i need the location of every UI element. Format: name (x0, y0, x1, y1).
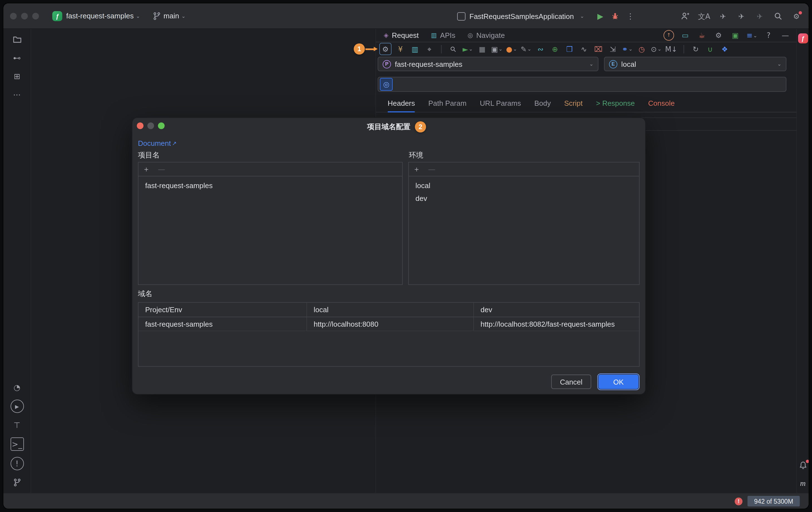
stop-icon[interactable]: ■ (476, 44, 488, 55)
money-icon[interactable]: ¥ (395, 44, 406, 55)
fast-request-tool-icon[interactable]: ƒ (797, 32, 809, 45)
add-icon[interactable]: + (144, 165, 148, 173)
whats-new-icon[interactable]: ↑ (664, 30, 674, 41)
external-link-icon: ↗ (172, 140, 177, 146)
crosshair-icon[interactable]: ⌖ (424, 44, 435, 55)
notifications-bell-icon[interactable] (797, 459, 809, 471)
hide-icon[interactable]: — (780, 30, 791, 41)
env-selector[interactable]: E local ⌄ (604, 57, 786, 71)
plugin-icon[interactable]: ❖ (719, 44, 730, 55)
project-widget[interactable]: ƒ fast-request-samples ⌄ (52, 11, 140, 21)
send-device-icon-1[interactable]: ✈ (718, 10, 729, 22)
send-device-icon-3[interactable]: ✈ (754, 10, 765, 22)
problems-icon[interactable]: ! (10, 457, 24, 470)
list-item[interactable]: local (409, 179, 639, 192)
list-item[interactable]: fast-request-samples (139, 179, 402, 192)
navigate-tab-icon: ◎ (468, 32, 473, 38)
terminal-icon[interactable]: >_ (10, 437, 24, 451)
commit-icon[interactable]: ⊷ (11, 52, 23, 64)
dialog-title: 项目域名配置 (133, 122, 645, 132)
remove-icon[interactable]: — (428, 165, 435, 173)
structure-icon[interactable]: ⊞ (11, 70, 23, 82)
debug-button[interactable] (610, 10, 621, 22)
url-input[interactable]: ◎ (378, 77, 786, 92)
domain-config-gear-icon[interactable]: ⚙ (379, 43, 392, 55)
scan-api-icon[interactable]: ⊕ (550, 44, 561, 55)
send-request-icon[interactable]: ►⌄ (462, 44, 473, 55)
memory-indicator[interactable]: 942 of 5300M (748, 496, 800, 507)
frame-icon[interactable]: ▣ (730, 30, 741, 41)
request-tab-script[interactable]: Script (564, 95, 583, 112)
run-button[interactable]: ▶ (595, 10, 606, 22)
link-icon[interactable]: ⚭⌄ (622, 44, 633, 55)
add-icon[interactable]: + (414, 165, 419, 173)
request-tab-response[interactable]: > Response (596, 95, 635, 112)
translate-icon[interactable]: 文A (698, 10, 710, 22)
send-device-icon-2[interactable]: ✈ (736, 10, 747, 22)
connector-icon[interactable]: ∾ (535, 44, 546, 55)
search-everywhere-icon[interactable] (773, 10, 784, 22)
error-indicator-icon[interactable]: ! (735, 497, 743, 505)
todo-icon[interactable]: ⊤ (11, 419, 23, 431)
settings-gear-icon[interactable]: ⚙ (713, 30, 724, 41)
profiler-icon[interactable]: ◔ (11, 381, 23, 394)
request-tab-url-params[interactable]: URL Params (480, 95, 521, 112)
list-item[interactable]: dev (409, 192, 639, 205)
toolbar-divider (684, 45, 684, 53)
help-icon[interactable]: ? (763, 30, 774, 41)
env-list-panel: + — localdev (408, 162, 640, 285)
request-tab-body[interactable]: Body (534, 95, 551, 112)
api-chart-icon[interactable]: ▥ (409, 44, 420, 55)
clear-edit-icon[interactable]: ✎⌄ (521, 44, 532, 55)
layers-icon[interactable]: ≡⌄ (746, 30, 757, 41)
history-icon[interactable]: ◷ (636, 44, 647, 55)
copy-curl-icon[interactable]: ❒ (564, 44, 575, 55)
tool-tab-apis[interactable]: ▥APIs (431, 31, 456, 39)
markdown-icon[interactable]: M↓ (665, 44, 677, 55)
cancel-button[interactable]: Cancel (551, 375, 591, 389)
project-selector[interactable]: P fast-request-samples ⌄ (378, 57, 599, 71)
wave-icon[interactable]: ∿ (578, 44, 589, 55)
services-icon[interactable]: ▸ (10, 400, 24, 413)
tool-tab-label: Request (392, 31, 419, 39)
project-selector-value: fast-request-samples (395, 60, 462, 68)
power-icon[interactable]: ∪ (705, 44, 716, 55)
close-window-icon[interactable] (10, 12, 17, 19)
search-request-icon[interactable]: ⚲ (448, 44, 459, 55)
maximize-window-icon[interactable] (32, 12, 39, 19)
ok-button[interactable]: OK (599, 375, 638, 389)
request-tab-console[interactable]: Console (648, 95, 675, 112)
table-cell[interactable]: http://localhost:8080 (307, 317, 473, 330)
table-row[interactable]: fast-request-sampleshttp://localhost:808… (139, 317, 639, 331)
code-with-me-icon[interactable] (679, 10, 691, 22)
version-control-icon[interactable] (11, 476, 23, 489)
github-icon[interactable]: ⊙⌄ (651, 44, 662, 55)
table-cell[interactable]: http://localhost:8082/fast-request-sampl… (473, 317, 639, 330)
request-tab-path-param[interactable]: Path Param (428, 95, 466, 112)
minimize-window-icon[interactable] (21, 12, 28, 19)
save-icon[interactable]: ▣⌄ (491, 44, 503, 55)
project-panel-toolbar: + — (139, 162, 402, 177)
delete-icon[interactable]: ⌧ (593, 44, 604, 55)
right-tool-stripe: ƒ m (796, 29, 809, 493)
more-actions-icon[interactable]: ⋮ (625, 10, 636, 22)
refresh-icon[interactable]: ↻ (690, 44, 701, 55)
coffee-icon[interactable]: ☕ (696, 30, 707, 41)
tool-tab-navigate[interactable]: ◎Navigate (468, 31, 505, 39)
vcs-branch-widget[interactable]: main ⌄ (152, 11, 185, 20)
settings-icon[interactable]: ⚙ (791, 10, 802, 22)
docs-video-icon[interactable]: ▭ (679, 30, 691, 41)
table-cell[interactable]: fast-request-samples (139, 317, 307, 330)
project-folder-icon[interactable] (11, 33, 23, 46)
run-config-name[interactable]: FastRequestSamplesApplication (469, 12, 574, 20)
swagger-icon[interactable]: ●⌄ (506, 44, 517, 55)
request-tab-headers[interactable]: Headers (388, 95, 415, 112)
url-method-icon: ◎ (380, 78, 393, 91)
tool-tab-request[interactable]: ◈Request (384, 31, 419, 39)
remove-icon[interactable]: — (158, 165, 165, 173)
fast-request-logo-icon: ƒ (52, 11, 62, 21)
maven-icon[interactable]: m (797, 478, 809, 490)
document-link[interactable]: Document ↗ (138, 139, 177, 147)
more-tool-windows-icon[interactable]: ⋯ (11, 88, 23, 101)
import-icon[interactable]: ⇲ (607, 44, 618, 55)
